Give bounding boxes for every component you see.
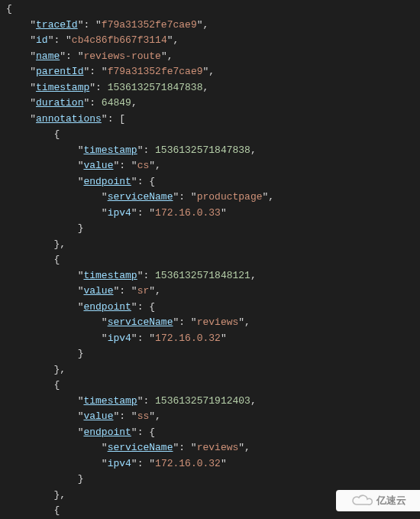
key-value: value xyxy=(83,410,113,422)
key-endpoint: endpoint xyxy=(83,301,131,313)
key-serviceName: serviceName xyxy=(108,442,173,453)
val-timestamp: 1536132571847838 xyxy=(108,82,203,93)
key-timestamp: timestamp xyxy=(83,270,137,281)
val-traceId: f79a31352fe7cae9 xyxy=(102,19,197,31)
ann1-ipv4: 172.16.0.33 xyxy=(155,207,221,219)
ann1-ts: 1536132571847838 xyxy=(155,144,250,156)
ann2-ts: 1536132571848121 xyxy=(155,270,250,281)
key-serviceName: serviceName xyxy=(108,316,173,328)
key-ipv4: ipv4 xyxy=(108,207,131,219)
cloud-icon xyxy=(351,494,373,508)
ann3-ts: 1536132571912403 xyxy=(155,395,250,407)
key-annotations: annotations xyxy=(36,113,102,125)
json-code-block: { "traceId": "f79a31352fe7cae9", "id": "… xyxy=(0,0,420,519)
key-name: name xyxy=(36,50,60,62)
ann2-service: reviews xyxy=(197,316,239,328)
key-ipv4: ipv4 xyxy=(108,458,131,469)
val-parentId: f79a31352fe7cae9 xyxy=(108,66,203,77)
ann3-ipv4: 172.16.0.32 xyxy=(155,458,221,469)
val-duration: 64849 xyxy=(102,97,131,109)
key-timestamp: timestamp xyxy=(36,82,89,93)
key-duration: duration xyxy=(36,97,83,109)
key-traceId: traceId xyxy=(36,19,78,31)
key-id: id xyxy=(36,34,48,46)
key-parentId: parentId xyxy=(36,66,83,77)
ann1-val: cs xyxy=(137,160,150,171)
key-endpoint: endpoint xyxy=(83,176,131,187)
watermark-text: 亿速云 xyxy=(376,493,406,509)
key-endpoint: endpoint xyxy=(83,427,131,438)
key-ipv4: ipv4 xyxy=(108,332,131,344)
ann1-service: productpage xyxy=(197,191,263,203)
ann3-service: reviews xyxy=(197,442,239,453)
key-serviceName: serviceName xyxy=(108,191,173,203)
key-timestamp: timestamp xyxy=(83,144,137,156)
key-timestamp: timestamp xyxy=(83,395,137,407)
key-value: value xyxy=(83,285,113,297)
key-value: value xyxy=(83,160,113,171)
val-id: cb4c86fb667f3114 xyxy=(72,34,167,46)
val-name: reviews-route xyxy=(83,50,160,62)
brace-open: { xyxy=(6,3,12,15)
watermark-badge: 亿速云 xyxy=(336,490,420,511)
ann2-ipv4: 172.16.0.32 xyxy=(155,332,221,344)
ann3-val: ss xyxy=(137,410,150,422)
ann2-val: sr xyxy=(137,285,150,297)
